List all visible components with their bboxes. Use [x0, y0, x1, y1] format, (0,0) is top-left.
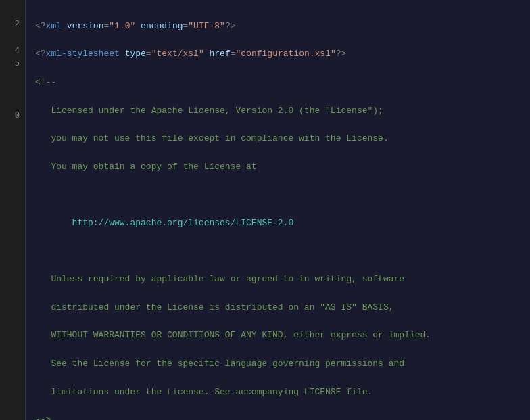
code-line-8: http://www.apache.org/licenses/LICENSE-2…: [35, 216, 530, 231]
line-num: [0, 381, 25, 394]
line-num: [0, 356, 25, 369]
code-line-15: -->: [35, 413, 530, 420]
line-num: 0: [0, 110, 25, 122]
line-num: [0, 343, 25, 356]
line-num: [0, 5, 25, 18]
line-num: [0, 369, 25, 381]
line-num: [0, 135, 25, 148]
line-num: [0, 161, 25, 174]
line-num: [0, 96, 25, 109]
line-num: [0, 408, 25, 420]
line-num: [0, 200, 25, 213]
line-num: [0, 122, 25, 135]
line-num: 2: [0, 18, 25, 31]
code-line-10: Unless required by applicable law or agr…: [35, 273, 530, 287]
code-line-11: distributed under the License is distrib…: [35, 301, 530, 315]
code-line-9: [35, 245, 530, 259]
code-line-5: you may not use this file except in comp…: [35, 132, 530, 146]
line-num: [0, 395, 25, 408]
line-num: [0, 213, 25, 226]
line-num: [0, 174, 25, 187]
code-editor[interactable]: <?xml version="1.0" encoding="UTF-8"?> <…: [26, 0, 530, 420]
line-num: [0, 31, 25, 44]
line-num: [0, 187, 25, 200]
line-num: [0, 148, 25, 161]
line-num: [0, 265, 25, 278]
line-num: [0, 239, 25, 252]
line-num: [0, 278, 25, 291]
code-line-13: See the License for the specific languag…: [35, 357, 530, 371]
code-line-3: <!--: [35, 76, 530, 90]
code-line-1: <?xml version="1.0" encoding="UTF-8"?>: [35, 20, 530, 34]
line-num: [0, 226, 25, 239]
code-line-6: You may obtain a copy of the License at: [35, 160, 530, 174]
line-num: [0, 304, 25, 317]
line-num: [0, 330, 25, 343]
line-num: [0, 70, 25, 83]
line-num: 4: [0, 45, 25, 57]
line-num: 5: [0, 57, 25, 70]
code-line-2: <?xml-stylesheet type="text/xsl" href="c…: [35, 47, 530, 62]
line-num: [0, 252, 25, 265]
code-line-4: Licensed under the Apache License, Versi…: [35, 104, 530, 118]
line-numbers: 2 4 5 0: [0, 0, 26, 420]
code-line-12: WITHOUT WARRANTIES OR CONDITIONS OF ANY …: [35, 329, 530, 343]
code-line-14: limitations under the License. See accom…: [35, 386, 530, 400]
line-num: [0, 291, 25, 304]
line-num: [0, 83, 25, 96]
code-line-7: [35, 188, 530, 202]
line-num: [0, 317, 25, 330]
